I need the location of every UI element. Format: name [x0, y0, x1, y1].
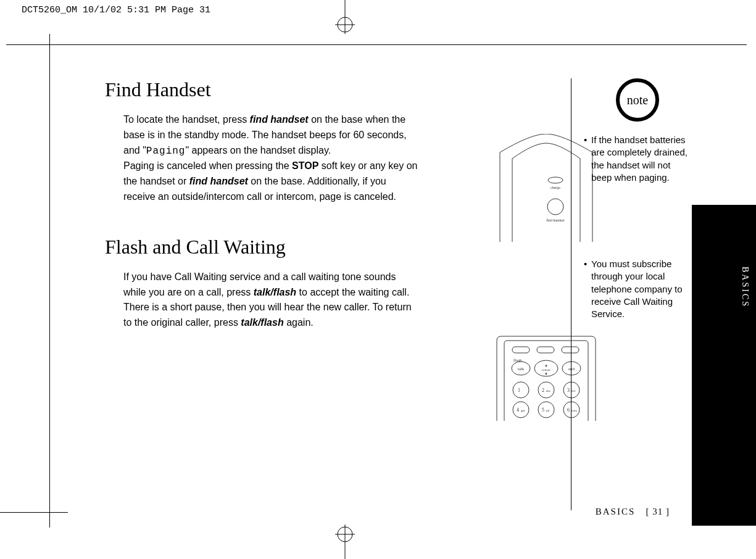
svg-point-22 [513, 382, 529, 398]
print-slug: DCT5260_OM 10/1/02 5:31 PM Page 31 [22, 5, 210, 15]
text: Paging is canceled when pressing the [123, 160, 292, 171]
key-find-handset: find handset [250, 114, 309, 125]
footer-section: BASICS [596, 507, 636, 516]
text: To locate the handset, press [123, 114, 250, 125]
svg-rect-10 [512, 347, 530, 353]
note-item-2: You must subscribe through your local te… [584, 258, 691, 320]
sidebar-notes: note If the handset batteries are comple… [571, 78, 691, 510]
page-content: Find Handset To locate the handset, pres… [49, 44, 756, 559]
svg-text:abc: abc [546, 389, 551, 392]
text: again. [284, 317, 314, 328]
display-text-paging: Paging [146, 146, 186, 157]
svg-text:▲: ▲ [544, 363, 548, 367]
svg-text:charge: charge [550, 186, 560, 189]
main-column: Find Handset To locate the handset, pres… [105, 78, 420, 362]
svg-text:5: 5 [542, 407, 544, 413]
note-icon: note [616, 78, 659, 122]
svg-text:6: 6 [567, 407, 570, 413]
key-talk-flash: talk/flash [241, 317, 283, 328]
page-footer: BASICS [ 31 ] [596, 507, 670, 517]
key-talk-flash: talk/flash [254, 287, 296, 297]
side-tab-label: BASICS [740, 267, 750, 308]
svg-point-6 [548, 177, 563, 183]
text: " appears on the handset display. [185, 145, 331, 155]
svg-text:jkl: jkl [546, 409, 550, 412]
svg-rect-11 [537, 347, 554, 353]
footer-page-number: [ 31 ] [646, 507, 670, 516]
svg-text:4: 4 [517, 407, 519, 413]
svg-text:2: 2 [542, 387, 544, 393]
svg-text:volume: volume [542, 368, 552, 371]
note-item-1: If the handset batteries are completely … [584, 134, 691, 184]
heading-flash-call-waiting: Flash and Call Waiting [105, 236, 420, 259]
svg-point-8 [547, 199, 563, 215]
svg-text:talk: talk [518, 366, 525, 371]
registration-mark-top [333, 0, 357, 44]
key-find-handset: find handset [189, 176, 248, 186]
svg-text:3: 3 [567, 387, 570, 393]
side-tab-black [692, 205, 756, 526]
svg-text:find handset: find handset [546, 218, 565, 222]
svg-text:▼: ▼ [544, 372, 548, 376]
key-stop: STOP [292, 160, 318, 171]
body-flash-call-waiting: If you have Call Waiting service and a c… [123, 270, 420, 331]
heading-find-handset: Find Handset [105, 78, 420, 101]
svg-text:ghi: ghi [521, 409, 525, 412]
svg-text:1: 1 [518, 387, 520, 393]
body-find-handset: To locate the handset, press find handse… [123, 112, 420, 205]
